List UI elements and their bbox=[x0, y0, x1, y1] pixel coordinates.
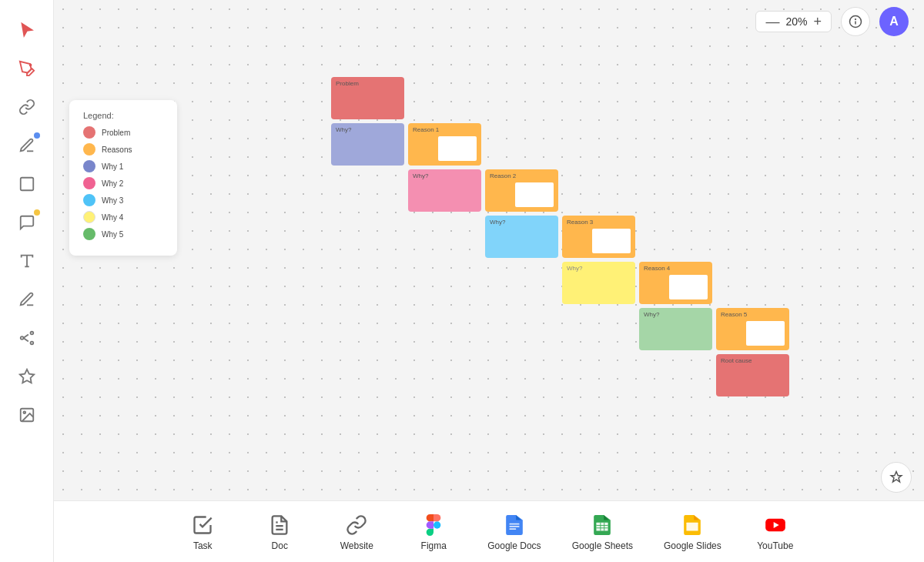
sidebar bbox=[0, 0, 54, 562]
text-tool[interactable] bbox=[9, 243, 45, 279]
bottom-toolbar: Task Doc Website bbox=[54, 500, 924, 562]
svg-point-7 bbox=[20, 336, 23, 340]
svg-rect-4 bbox=[20, 178, 33, 191]
svg-rect-17 bbox=[509, 523, 519, 524]
legend-label-why5: Why 5 bbox=[102, 230, 123, 239]
card-reason5[interactable]: Reason 5 bbox=[716, 308, 789, 350]
legend-circle-why3 bbox=[83, 194, 95, 206]
figma-label: Figma bbox=[421, 540, 447, 551]
legend-circle-why4 bbox=[83, 211, 95, 223]
card-reason4-content bbox=[669, 275, 708, 299]
zoom-level: 20% bbox=[785, 15, 807, 28]
legend-title: Legend: bbox=[83, 111, 163, 120]
toolbar-item-google-docs[interactable]: Google Docs bbox=[487, 513, 541, 551]
zoom-controls[interactable]: — 20% + bbox=[755, 11, 832, 32]
svg-rect-25 bbox=[687, 522, 698, 530]
zoom-out-button[interactable]: — bbox=[765, 15, 779, 28]
website-label: Website bbox=[340, 540, 373, 551]
svg-point-9 bbox=[30, 342, 33, 345]
google-sheets-label: Google Sheets bbox=[572, 540, 633, 551]
youtube-icon bbox=[763, 513, 788, 537]
toolbar-item-google-slides[interactable]: Google Slides bbox=[664, 513, 721, 551]
legend-item-why4: Why 4 bbox=[83, 211, 163, 223]
legend-item-problem: Problem bbox=[83, 126, 163, 139]
doc-icon bbox=[267, 513, 292, 537]
svg-line-10 bbox=[23, 334, 28, 338]
legend-circle-why2 bbox=[83, 177, 95, 189]
zoom-in-button[interactable]: + bbox=[813, 15, 822, 28]
task-icon bbox=[190, 513, 215, 537]
toolbar-item-website[interactable]: Website bbox=[333, 513, 380, 551]
toolbar-item-doc[interactable]: Doc bbox=[256, 513, 303, 551]
svg-point-14 bbox=[23, 411, 25, 413]
google-sheets-icon bbox=[590, 513, 614, 537]
legend-item-reasons: Reasons bbox=[83, 143, 163, 156]
draw-tool[interactable] bbox=[9, 128, 45, 163]
legend-label-reasons: Reasons bbox=[102, 146, 132, 154]
svg-line-11 bbox=[23, 338, 28, 342]
legend-item-why3: Why 3 bbox=[83, 194, 163, 206]
link-tool[interactable] bbox=[9, 89, 45, 125]
marker-tool[interactable] bbox=[9, 282, 45, 317]
legend-circle-reasons bbox=[83, 143, 95, 156]
card-why1[interactable]: Why? bbox=[331, 123, 404, 166]
legend-circle-why5 bbox=[83, 228, 95, 240]
legend-item-why2: Why 2 bbox=[83, 177, 163, 189]
google-docs-icon bbox=[502, 513, 527, 537]
card-reason4[interactable]: Reason 4 bbox=[639, 262, 712, 304]
website-icon bbox=[344, 513, 369, 537]
toolbar-item-google-sheets[interactable]: Google Sheets bbox=[572, 513, 633, 551]
legend-item-why5: Why 5 bbox=[83, 228, 163, 240]
svg-point-8 bbox=[30, 332, 33, 335]
legend-label-why1: Why 1 bbox=[102, 162, 123, 171]
cursor-tool[interactable] bbox=[9, 12, 45, 48]
svg-point-3 bbox=[29, 65, 31, 66]
google-docs-label: Google Docs bbox=[487, 540, 541, 551]
doc-label: Doc bbox=[272, 540, 288, 551]
toolbar-item-youtube[interactable]: YouTube bbox=[752, 513, 798, 551]
legend-label-why2: Why 2 bbox=[102, 179, 123, 188]
google-slides-label: Google Slides bbox=[664, 540, 721, 551]
avatar[interactable]: A bbox=[879, 7, 909, 36]
ai-tool[interactable] bbox=[9, 359, 45, 394]
toolbar-item-figma[interactable]: Figma bbox=[410, 513, 457, 551]
card-why5[interactable]: Why? bbox=[639, 308, 712, 350]
card-why3[interactable]: Why? bbox=[485, 216, 558, 258]
card-rootcause[interactable]: Root cause bbox=[716, 354, 789, 396]
info-button[interactable] bbox=[841, 7, 870, 36]
svg-rect-18 bbox=[509, 526, 519, 527]
svg-rect-19 bbox=[509, 528, 516, 530]
legend-circle-why1 bbox=[83, 160, 95, 172]
google-slides-icon bbox=[680, 513, 705, 537]
legend-label-why4: Why 4 bbox=[102, 213, 123, 222]
card-problem[interactable]: Problem bbox=[331, 77, 404, 119]
canvas bbox=[54, 0, 924, 562]
youtube-label: YouTube bbox=[757, 540, 793, 551]
legend-box: Legend: Problem Reasons Why 1 Why 2 Why … bbox=[69, 100, 177, 256]
svg-rect-20 bbox=[597, 522, 608, 530]
pin-button[interactable] bbox=[881, 462, 912, 493]
media-tool[interactable] bbox=[9, 397, 45, 433]
toolbar-item-task[interactable]: Task bbox=[179, 513, 226, 551]
legend-circle-problem bbox=[83, 126, 95, 139]
top-bar: — 20% + A bbox=[54, 0, 924, 42]
legend-label-why3: Why 3 bbox=[102, 196, 123, 205]
note-tool[interactable] bbox=[9, 205, 45, 240]
card-reason1[interactable]: Reason 1 bbox=[408, 123, 481, 166]
card-reason3-content bbox=[592, 229, 631, 253]
legend-label-problem: Problem bbox=[102, 129, 130, 137]
pen-plus-tool[interactable] bbox=[9, 51, 45, 86]
card-reason1-content bbox=[438, 136, 477, 161]
connect-tool[interactable] bbox=[9, 320, 45, 356]
card-reason2-content bbox=[515, 182, 554, 207]
card-reason3[interactable]: Reason 3 bbox=[562, 216, 635, 258]
task-label: Task bbox=[193, 540, 213, 551]
svg-marker-12 bbox=[19, 370, 33, 383]
card-why2[interactable]: Why? bbox=[408, 169, 481, 212]
legend-item-why1: Why 1 bbox=[83, 160, 163, 172]
card-why4[interactable]: Why? bbox=[562, 262, 635, 304]
figma-icon bbox=[421, 513, 446, 537]
card-reason5-content bbox=[746, 321, 785, 346]
card-reason2[interactable]: Reason 2 bbox=[485, 169, 558, 212]
shape-tool[interactable] bbox=[9, 166, 45, 202]
